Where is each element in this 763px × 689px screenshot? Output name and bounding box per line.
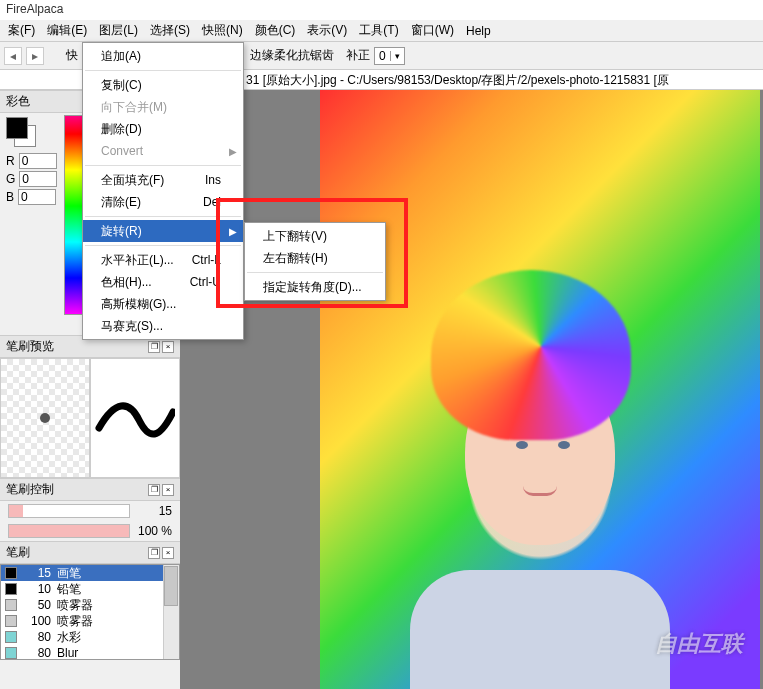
canvas-area[interactable]: 自由互联 [180,90,763,689]
brush-size-label: 80 [23,646,51,660]
brush-tip-preview [0,358,90,478]
panel-undock-icon[interactable]: ❐ [148,484,160,496]
layer-dropdown-menu: 追加(A) 复制(C) 向下合并(M) 删除(D) Convert▶ 全面填充(… [82,42,244,340]
dropdown-arrow-icon: ▾ [390,51,404,61]
menu-help[interactable]: Help [460,22,497,40]
brush-swatch-icon [5,599,17,611]
menu-rotate[interactable]: 旋转(R)▶ [83,220,243,242]
menu-clear[interactable]: 清除(E)Del [83,191,243,213]
panel-close-icon[interactable]: × [162,341,174,353]
menu-delete[interactable]: 删除(D) [83,118,243,140]
brush-swatch-icon [5,631,17,643]
menu-convert: Convert▶ [83,140,243,162]
brush-list-item[interactable]: 10铅笔 [1,581,179,597]
menu-layer[interactable]: 图层(L) [93,20,144,41]
brush-panel-title: 笔刷 ❐ × [0,541,180,564]
panel-undock-icon[interactable]: ❐ [148,341,160,353]
document-image [320,90,760,689]
panel-close-icon[interactable]: × [162,547,174,559]
brush-swatch-icon [5,583,17,595]
stroke-curve-icon [95,398,175,438]
brush-swatch-icon [5,615,17,627]
color-swatch[interactable] [6,117,36,147]
submenu-flip-vertical[interactable]: 上下翻转(V) [245,225,385,247]
rotate-submenu: 上下翻转(V) 左右翻转(H) 指定旋转角度(D)... [244,222,386,301]
brush-size-slider[interactable]: 15 [0,501,180,521]
brush-swatch-icon [5,647,17,659]
scrollbar[interactable] [163,565,179,659]
menu-add[interactable]: 追加(A) [83,45,243,67]
brush-name-label: 水彩 [57,629,81,646]
menu-window[interactable]: 窗口(W) [405,20,460,41]
brush-size-label: 100 [23,614,51,628]
toolbar-next-icon[interactable]: ▸ [26,47,44,65]
menu-view[interactable]: 表示(V) [301,20,353,41]
submenu-arrow-icon: ▶ [229,226,237,237]
brush-name-label: 喷雾器 [57,613,93,630]
menu-gaussian[interactable]: 高斯模糊(G)... [83,293,243,315]
menu-level[interactable]: 水平补正(L)...Ctrl-L [83,249,243,271]
brush-list-item[interactable]: 100喷雾器 [1,613,179,629]
watermark-text: 自由互联 [655,629,743,659]
brush-dot-icon [40,413,50,423]
brush-list-item[interactable]: 80水彩 [1,629,179,645]
photo-hair [431,270,631,440]
menu-fill[interactable]: 全面填充(F)Ins [83,169,243,191]
menu-mosaic[interactable]: 马赛克(S)... [83,315,243,337]
brush-list-item[interactable]: 15画笔 [1,565,179,581]
correction-value: 0 [375,49,390,63]
brush-name-label: 铅笔 [57,581,81,598]
menu-duplicate[interactable]: 复制(C) [83,74,243,96]
scrollbar-thumb[interactable] [164,566,178,606]
submenu-arrow-icon: ▶ [229,146,237,157]
b-input[interactable] [18,189,56,205]
b-label: B [6,190,14,204]
menu-separator [85,165,241,166]
brush-control-title: 笔刷控制 ❐ × [0,478,180,501]
brush-list-item[interactable]: 80Blur [1,645,179,660]
r-label: R [6,154,15,168]
r-input[interactable] [19,153,57,169]
brush-size-label: 50 [23,598,51,612]
panel-undock-icon[interactable]: ❐ [148,547,160,559]
correction-dropdown[interactable]: 0 ▾ [374,47,405,65]
brush-stroke-preview [90,358,180,478]
brush-name-label: 喷雾器 [57,597,93,614]
g-label: G [6,172,15,186]
brush-swatch-icon [5,567,17,579]
toolbar-prev-icon[interactable]: ◂ [4,47,22,65]
window-titlebar: FireAlpaca [0,0,763,20]
menu-separator [247,272,383,273]
menu-separator [85,70,241,71]
foreground-color-swatch[interactable] [6,117,28,139]
brush-size-label: 15 [23,566,51,580]
photo-eye [516,441,528,449]
toolbar-quick-label: 快 [66,47,78,64]
brush-name-label: 画笔 [57,565,81,582]
brush-list[interactable]: 15画笔10铅笔50喷雾器100喷雾器80水彩80Blur [0,564,180,660]
menubar: 案(F) 编辑(E) 图层(L) 选择(S) 快照(N) 颜色(C) 表示(V)… [0,20,763,42]
menu-snapshot[interactable]: 快照(N) [196,20,249,41]
panel-close-icon[interactable]: × [162,484,174,496]
brush-opacity-value: 100 % [136,524,172,538]
brush-size-label: 10 [23,582,51,596]
menu-select[interactable]: 选择(S) [144,20,196,41]
app-title: FireAlpaca [6,2,63,16]
g-input[interactable] [19,171,57,187]
brush-list-item[interactable]: 50喷雾器 [1,597,179,613]
document-path: 31 [原始大小].jpg - C:/Users/98153/Desktop/存… [246,72,669,89]
menu-hue[interactable]: 色相(H)...Ctrl-U [83,271,243,293]
menu-color[interactable]: 颜色(C) [249,20,302,41]
brush-size-value: 15 [136,504,172,518]
brush-size-label: 80 [23,630,51,644]
submenu-rotate-arbitrary[interactable]: 指定旋转角度(D)... [245,276,385,298]
brush-opacity-slider[interactable]: 100 % [0,521,180,541]
brush-name-label: Blur [57,646,78,660]
menu-edit[interactable]: 编辑(E) [41,20,93,41]
brush-preview-panel [0,358,180,478]
submenu-flip-horizontal[interactable]: 左右翻转(H) [245,247,385,269]
menu-tool[interactable]: 工具(T) [353,20,404,41]
menu-file[interactable]: 案(F) [2,20,41,41]
correction-label: 补正 [346,47,370,64]
photo-shirt [410,570,670,689]
